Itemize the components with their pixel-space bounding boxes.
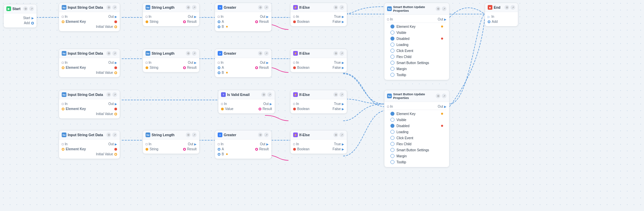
prop-visible-1[interactable]: Visible xyxy=(387,30,446,36)
ie2-settings[interactable]: ⚙ xyxy=(333,51,338,56)
smart-btn-panel-2: fw Smart Button Update Properties ⚙ ↗ In… xyxy=(384,90,449,167)
is2-expand[interactable]: ↗ xyxy=(112,51,117,56)
greater-node-1: > Greater ⚙ ↗ In Out ▶ A Result B xyxy=(215,3,272,32)
input-string-node-3: fw Input String Get Data ⚙ ↗ In Out ▶ El… xyxy=(59,90,120,119)
prop-disabled-2[interactable]: Disabled xyxy=(387,123,446,129)
sb2-expand[interactable]: ↗ xyxy=(442,94,446,98)
sb1-expand[interactable]: ↗ xyxy=(442,6,446,11)
is4-expand[interactable]: ↗ xyxy=(112,133,117,137)
ie2-icon: ⚡ xyxy=(293,51,298,56)
prop-smart-button-settings-1[interactable]: Smart Button Settings xyxy=(387,60,446,66)
start-node-controls[interactable]: ⚙ ↗ xyxy=(23,6,34,11)
disabled-icon-1 xyxy=(390,37,394,41)
gr1-settings[interactable]: ⚙ xyxy=(258,5,263,10)
end-node-controls[interactable]: ⚙ ↗ xyxy=(504,5,515,10)
greater-node-2: > Greater ⚙ ↗ In Out ▶ A Result B xyxy=(215,49,272,77)
string-length-node-1: fw String Length ⚙ ↗ In Out ▶ String Res… xyxy=(143,3,200,27)
is1-settings[interactable]: ⚙ xyxy=(106,5,111,10)
gr2-icon: > xyxy=(218,51,222,56)
gr2-settings[interactable]: ⚙ xyxy=(258,51,263,56)
input-string-node-4: fw Input String Get Data ⚙ ↗ In Out ▶ El… xyxy=(59,130,120,159)
sb2-settings[interactable]: ⚙ xyxy=(436,94,440,98)
flex-child-icon-1 xyxy=(390,55,394,59)
prop-click-event-2[interactable]: Click Event xyxy=(387,135,446,141)
gr4-expand[interactable]: ↗ xyxy=(264,133,269,137)
ifelse-node-2: ⚡ If-Else ⚙ ↗ In True ▶ Boolean False ▶ xyxy=(290,49,347,72)
prop-flex-child-1[interactable]: Flex Child xyxy=(387,54,446,60)
ie1-settings[interactable]: ⚙ xyxy=(333,5,338,10)
ifelse-node-3: ⚡ If-Else ⚙ ↗ In True ▶ Boolean False ▶ xyxy=(290,90,347,114)
end-node: ■ End ⚙ ↗ ▷ In Add xyxy=(485,3,518,27)
gr1-expand[interactable]: ↗ xyxy=(264,5,269,10)
sl2-settings[interactable]: ⚙ xyxy=(186,51,191,56)
prop-margin-2[interactable]: Margin xyxy=(387,153,446,159)
prop-loading-2[interactable]: Loading xyxy=(387,129,446,135)
sl1-settings[interactable]: ⚙ xyxy=(186,5,191,10)
start-add-row[interactable]: Add xyxy=(6,20,34,25)
margin-icon-1 xyxy=(390,67,394,71)
end-node-title: ■ End xyxy=(488,5,500,10)
end-add-row[interactable]: Add xyxy=(488,19,515,24)
ie3-expand[interactable]: ↗ xyxy=(339,92,344,97)
is3-expand[interactable]: ↗ xyxy=(112,92,117,97)
prop-flex-child-2[interactable]: Flex Child xyxy=(387,141,446,147)
prop-tooltip-2[interactable]: Tooltip xyxy=(387,159,446,165)
ie1-expand[interactable]: ↗ xyxy=(339,5,344,10)
start-node-title: ▶ Start xyxy=(6,6,20,11)
sl1-icon: fw xyxy=(146,5,150,10)
sl2-icon: fw xyxy=(146,51,150,56)
end-add-port[interactable] xyxy=(488,20,490,23)
ie2-expand[interactable]: ↗ xyxy=(339,51,344,56)
gr4-settings[interactable]: ⚙ xyxy=(258,133,263,137)
prop-element-key-2[interactable]: Element Key xyxy=(387,111,446,117)
prop-element-key-1[interactable]: Element Key xyxy=(387,23,446,30)
end-icon: ■ xyxy=(488,5,492,10)
start-settings-btn[interactable]: ⚙ xyxy=(23,6,28,11)
gr4-icon: > xyxy=(218,133,222,137)
prop-click-event-1[interactable]: Click Event xyxy=(387,48,446,54)
sl1-expand[interactable]: ↗ xyxy=(192,5,197,10)
sl4-expand[interactable]: ↗ xyxy=(192,133,197,137)
prop-disabled-1[interactable]: Disabled xyxy=(387,36,446,42)
is2-icon: fw xyxy=(62,51,66,56)
sl4-settings[interactable]: ⚙ xyxy=(186,133,191,137)
input-string-1-icon: fw xyxy=(62,5,66,10)
ive-expand[interactable]: ↗ xyxy=(267,92,272,97)
element-key-icon-1 xyxy=(390,24,394,29)
is4-settings[interactable]: ⚙ xyxy=(106,133,111,137)
end-expand-btn[interactable]: ↗ xyxy=(511,5,515,10)
gr2-expand[interactable]: ↗ xyxy=(264,51,269,56)
ive-settings[interactable]: ⚙ xyxy=(261,92,266,97)
is2-settings[interactable]: ⚙ xyxy=(106,51,111,56)
prop-tooltip-1[interactable]: Tooltip xyxy=(387,72,446,78)
start-icon: ▶ xyxy=(6,6,11,11)
visible-icon-1 xyxy=(390,31,394,35)
start-node: ▶ Start ⚙ ↗ Start ▶ Add xyxy=(3,4,37,28)
ifelse-node-4: ⚡ If-Else ⚙ ↗ In True ▶ Boolean False ▶ xyxy=(290,130,347,154)
end-node-body: ▷ In Add xyxy=(485,12,518,26)
prop-visible-2[interactable]: Visible xyxy=(387,117,446,123)
visible-icon-2 xyxy=(390,118,394,122)
ie3-settings[interactable]: ⚙ xyxy=(333,92,338,97)
prop-smart-button-settings-2[interactable]: Smart Button Settings xyxy=(387,147,446,153)
prop-loading-1[interactable]: Loading xyxy=(387,42,446,48)
ifelse-node-1: ⚡ If-Else ⚙ ↗ In True ▶ Boolean False ▶ xyxy=(290,3,347,27)
sbs-icon-1 xyxy=(390,61,394,65)
sb1-settings[interactable]: ⚙ xyxy=(436,6,440,11)
disabled-icon-2 xyxy=(390,124,394,128)
prop-margin-1[interactable]: Margin xyxy=(387,66,446,72)
string-length-node-2: fw String Length ⚙ ↗ In Out ▶ String Res… xyxy=(143,49,200,72)
start-expand-btn[interactable]: ↗ xyxy=(29,6,34,11)
element-key-icon-2 xyxy=(390,112,394,116)
click-event-icon-2 xyxy=(390,136,394,140)
gr1-icon: > xyxy=(218,5,222,10)
sl2-expand[interactable]: ↗ xyxy=(192,51,197,56)
start-add-port[interactable] xyxy=(31,22,34,24)
ie4-settings[interactable]: ⚙ xyxy=(333,133,338,137)
click-event-icon-1 xyxy=(390,49,394,53)
ie4-expand[interactable]: ↗ xyxy=(339,133,344,137)
is1-expand[interactable]: ↗ xyxy=(112,5,117,10)
smart-btn-panel-1: fw Smart Button Update Properties ⚙ ↗ In… xyxy=(384,3,449,80)
is3-settings[interactable]: ⚙ xyxy=(106,92,111,97)
end-settings-btn[interactable]: ⚙ xyxy=(504,5,509,10)
